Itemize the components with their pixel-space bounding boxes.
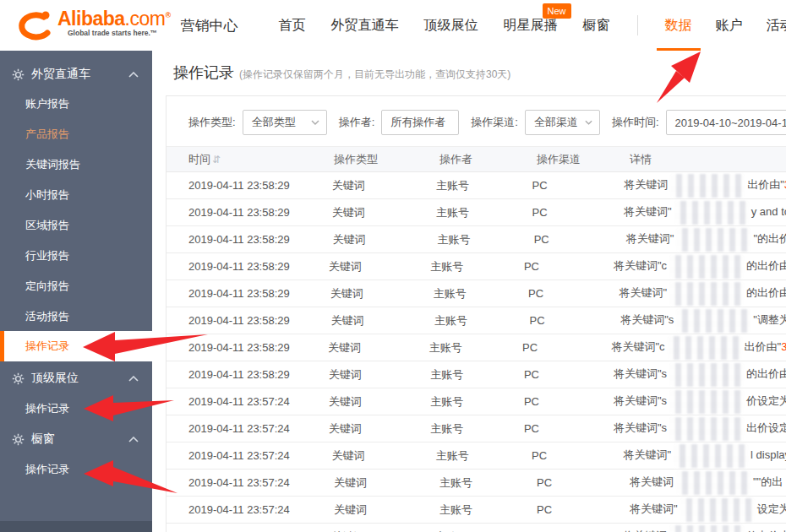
table-body: 2019-04-11 23:58:29 关键词 主账号 PC 将关键词出价由"3… xyxy=(166,172,786,532)
table-row: 2019-04-11 23:57:24 关键词 主账号 PC 将关键词"s价设定… xyxy=(166,388,786,415)
th-operator: 操作者 xyxy=(439,152,537,167)
new-badge: New xyxy=(543,3,571,19)
cell-time: 2019-04-11 23:58:29 xyxy=(166,179,332,192)
sidebar-item-activity-report[interactable]: 活动报告 xyxy=(0,301,152,332)
cell-operator: 主账号 xyxy=(429,340,522,356)
filter-type-select[interactable]: 全部类型 xyxy=(243,110,327,135)
cell-type: 关键词 xyxy=(332,448,436,464)
nav-item-data[interactable]: 数据 xyxy=(665,0,692,51)
cell-type: 关键词 xyxy=(329,394,430,410)
cell-channel: PC xyxy=(524,260,614,273)
filter-operator-label: 操作者: xyxy=(339,115,375,130)
chevron-up-icon xyxy=(128,72,139,78)
sidebar-item-product-report[interactable]: 产品报告 xyxy=(0,119,152,149)
cell-detail: 将关键词"s出价设定 xyxy=(614,417,786,441)
cell-channel: PC xyxy=(534,233,626,246)
sidebar: 外贸直通车 账户报告 产品报告 关键词报告 小时报告 区域报告 行业报告 定向报… xyxy=(0,51,152,532)
sidebar-item-operation-log-p4p[interactable]: 操作记录 xyxy=(0,331,152,361)
cell-time: 2019-04-11 23:58:29 xyxy=(166,206,332,219)
cell-channel: PC xyxy=(532,179,625,192)
table-row: 2019-04-11 23:57:24 关键词 主账号 PC 将关键词"s出价设… xyxy=(166,415,786,442)
cell-channel: PC xyxy=(537,503,630,516)
cell-time: 2019-04-11 23:58:29 xyxy=(166,260,329,273)
nav-item-showcase[interactable]: 橱窗 xyxy=(583,0,610,51)
cell-type: 关键词 xyxy=(333,232,438,247)
cell-operator: 主账号 xyxy=(434,313,530,328)
sidebar-item-targeting-report[interactable]: 定向报告 xyxy=(0,271,152,301)
sidebar-item-region-report[interactable]: 区域报告 xyxy=(0,210,152,241)
nav-item-home[interactable]: 首页 xyxy=(279,0,306,51)
alibaba-logo-text: Alibaba.com® Global trade starts here.™ xyxy=(57,9,171,37)
cell-channel: PC xyxy=(524,422,614,435)
cell-operator: 主账号 xyxy=(434,286,528,301)
filter-operator-select[interactable]: 所有操作者 xyxy=(381,110,459,135)
cell-time: 2019-04-11 23:58:29 xyxy=(166,287,330,300)
main-content: 操作记录 (操作记录仅保留两个月，目前无导出功能，查询仅支持30天) 操作类型:… xyxy=(152,51,786,532)
cell-type: 关键词 xyxy=(329,421,430,437)
cell-type: 关键词 xyxy=(328,340,429,356)
sidebar-item-hourly-report[interactable]: 小时报告 xyxy=(0,180,152,210)
chevron-down-icon xyxy=(585,120,592,125)
cell-operator: 主账号 xyxy=(430,259,524,274)
redacted-blur xyxy=(669,417,744,441)
cell-type: 关键词 xyxy=(334,475,439,491)
table-row: 2019-04-11 23:57:24 关键词 主账号 PC 将关键词"l di… xyxy=(166,442,786,470)
redacted-blur xyxy=(669,282,744,306)
sidebar-item-operation-log-showcase[interactable]: 操作记录 xyxy=(0,454,152,485)
chevron-up-icon xyxy=(128,437,139,442)
redacted-blur xyxy=(676,309,751,333)
cell-operator: 主账号 xyxy=(439,475,537,491)
nav-item-activity[interactable]: 活动 xyxy=(767,0,786,51)
cell-type: 关键词 xyxy=(334,502,439,518)
nav-item-p4p[interactable]: 外贸直通车 xyxy=(331,0,399,51)
sidebar-section-showcase[interactable]: 橱窗 xyxy=(0,424,152,454)
sidebar-section-p4p[interactable]: 外贸直通车 xyxy=(0,59,152,90)
cell-time: 2019-04-11 23:58:29 xyxy=(166,368,329,381)
sidebar-bottom-strip xyxy=(0,521,152,532)
sidebar-item-industry-report[interactable]: 行业报告 xyxy=(0,241,152,271)
chevron-up-icon xyxy=(128,376,139,382)
nav-item-star-show[interactable]: 明星展播New xyxy=(504,0,558,51)
cell-operator: 主账号 xyxy=(438,232,534,247)
table-row: 2019-04-11 23:57:24 关键词 主账号 PC 将关键词"设定为 xyxy=(166,497,786,524)
table-row: 2019-04-11 23:58:29 关键词 主账号 PC 将关键词"s"调整… xyxy=(166,307,786,334)
redacted-blur xyxy=(676,471,751,495)
redacted-blur xyxy=(674,444,748,468)
alibaba-smiley-icon xyxy=(14,9,56,41)
th-channel: 操作渠道 xyxy=(537,152,630,167)
redacted-blur xyxy=(680,498,755,522)
table-row: 2019-04-11 23:58:29 关键词 主账号 PC 将关键词"c的出价… xyxy=(166,253,786,280)
sort-icon: ⇵ xyxy=(212,154,221,166)
table-row: 2019-04-11 23:57:24 关键词 主账号 PC 将关键词的出价由 xyxy=(166,524,786,532)
redacted-blur xyxy=(676,228,751,252)
alibaba-logo[interactable]: Alibaba.com® Global trade starts here.™ xyxy=(14,9,171,41)
filter-channel-select[interactable]: 全部渠道 xyxy=(525,110,600,135)
th-time[interactable]: 时间⇵ xyxy=(166,152,334,167)
table-row: 2019-04-11 23:58:29 关键词 主账号 PC 将关键词""的出价 xyxy=(166,226,786,253)
sidebar-item-operation-log-top-booth[interactable]: 操作记录 xyxy=(0,394,152,424)
th-type: 操作类型 xyxy=(334,152,439,167)
cell-time: 2019-04-11 23:57:24 xyxy=(166,449,332,462)
cell-type: 关键词 xyxy=(332,178,436,193)
cell-operator: 主账号 xyxy=(436,448,532,464)
sidebar-section-top-booth[interactable]: 顶级展位 xyxy=(0,363,152,394)
filter-type-label: 操作类型: xyxy=(188,115,236,130)
redacted-blur xyxy=(669,363,744,387)
sidebar-item-account-report[interactable]: 账户报告 xyxy=(0,89,152,119)
sidebar-item-keyword-report[interactable]: 关键词报告 xyxy=(0,149,152,180)
cell-time: 2019-04-11 23:57:24 xyxy=(166,476,334,489)
redacted-blur xyxy=(669,390,744,414)
filter-time-label: 操作时间: xyxy=(612,115,659,130)
date-range-input[interactable]: 2019-04-10~2019-04-16 xyxy=(666,110,786,135)
gear-icon xyxy=(12,68,25,81)
cell-detail: 将关键词"l display xyxy=(623,444,786,468)
cell-time: 2019-04-11 23:58:29 xyxy=(166,314,330,327)
table-row: 2019-04-11 23:58:29 关键词 主账号 PC 将关键词"c出价由… xyxy=(166,334,786,361)
nav-item-top-booth[interactable]: 顶级展位 xyxy=(424,0,478,51)
nav-item-marketing-center[interactable]: 营销中心 xyxy=(181,16,238,35)
table-row: 2019-04-11 23:58:29 关键词 主账号 PC 将关键词"s的出价… xyxy=(166,361,786,388)
th-detail: 详情 xyxy=(630,152,786,167)
top-nav: Alibaba.com® Global trade starts here.™ … xyxy=(0,0,786,51)
cell-channel: PC xyxy=(528,287,619,300)
nav-item-account[interactable]: 账户 xyxy=(716,0,743,51)
